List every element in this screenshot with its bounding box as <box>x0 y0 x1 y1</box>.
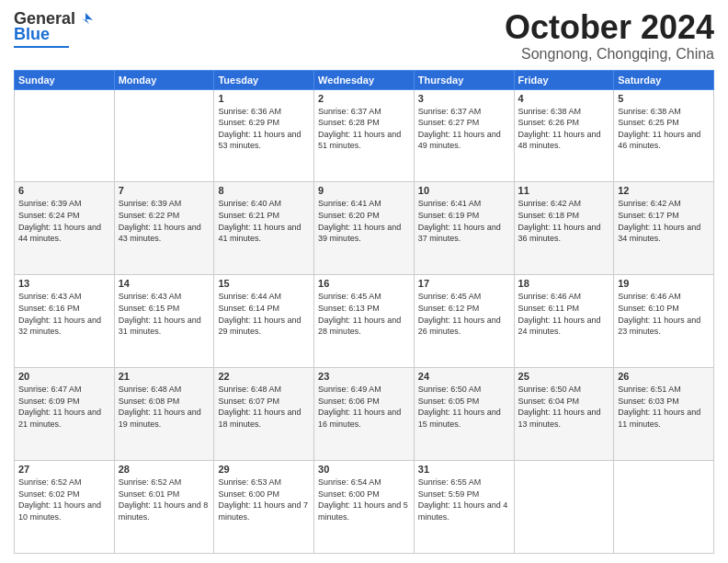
calendar-cell: 30Sunrise: 6:54 AM Sunset: 6:00 PM Dayli… <box>314 461 415 554</box>
day-number: 5 <box>618 93 710 104</box>
calendar-cell: 17Sunrise: 6:45 AM Sunset: 6:12 PM Dayli… <box>414 275 514 368</box>
day-number: 25 <box>518 371 610 382</box>
day-number: 1 <box>218 93 310 104</box>
weekday-header-thursday: Thursday <box>414 70 514 89</box>
day-number: 6 <box>18 185 110 196</box>
header: General Blue October 2024 Songnong, Chon… <box>14 9 714 63</box>
day-info: Sunrise: 6:37 AM Sunset: 6:28 PM Dayligh… <box>318 106 410 152</box>
calendar-cell: 11Sunrise: 6:42 AM Sunset: 6:18 PM Dayli… <box>514 182 614 275</box>
main-title: October 2024 <box>505 9 714 46</box>
svg-marker-0 <box>82 13 93 24</box>
day-number: 27 <box>18 464 110 475</box>
week-row-3: 13Sunrise: 6:43 AM Sunset: 6:16 PM Dayli… <box>15 275 714 368</box>
calendar-cell <box>514 461 614 554</box>
calendar-cell: 20Sunrise: 6:47 AM Sunset: 6:09 PM Dayli… <box>15 368 115 461</box>
day-info: Sunrise: 6:50 AM Sunset: 6:05 PM Dayligh… <box>418 384 510 430</box>
page: General Blue October 2024 Songnong, Chon… <box>0 0 728 563</box>
subtitle: Songnong, Chongqing, China <box>505 46 714 63</box>
day-number: 31 <box>418 464 510 475</box>
day-number: 12 <box>618 185 710 196</box>
day-info: Sunrise: 6:41 AM Sunset: 6:20 PM Dayligh… <box>318 198 410 244</box>
calendar-cell: 23Sunrise: 6:49 AM Sunset: 6:06 PM Dayli… <box>314 368 415 461</box>
weekday-header-friday: Friday <box>514 70 614 89</box>
day-number: 18 <box>518 278 610 289</box>
day-info: Sunrise: 6:48 AM Sunset: 6:07 PM Dayligh… <box>218 384 310 430</box>
day-number: 21 <box>119 371 210 382</box>
calendar-cell: 3Sunrise: 6:37 AM Sunset: 6:27 PM Daylig… <box>414 89 514 182</box>
day-number: 11 <box>518 185 610 196</box>
day-info: Sunrise: 6:55 AM Sunset: 5:59 PM Dayligh… <box>418 477 510 523</box>
day-number: 2 <box>318 93 410 104</box>
calendar-cell: 1Sunrise: 6:36 AM Sunset: 6:29 PM Daylig… <box>214 89 314 182</box>
calendar-cell: 7Sunrise: 6:39 AM Sunset: 6:22 PM Daylig… <box>114 182 214 275</box>
calendar-cell: 31Sunrise: 6:55 AM Sunset: 5:59 PM Dayli… <box>414 461 514 554</box>
day-number: 4 <box>518 93 610 104</box>
day-info: Sunrise: 6:39 AM Sunset: 6:22 PM Dayligh… <box>119 198 210 244</box>
day-number: 14 <box>119 278 210 289</box>
calendar-cell: 10Sunrise: 6:41 AM Sunset: 6:19 PM Dayli… <box>414 182 514 275</box>
week-row-4: 20Sunrise: 6:47 AM Sunset: 6:09 PM Dayli… <box>15 368 714 461</box>
logo-bird-icon <box>76 11 93 28</box>
day-number: 22 <box>218 371 310 382</box>
day-info: Sunrise: 6:38 AM Sunset: 6:25 PM Dayligh… <box>618 106 710 152</box>
day-info: Sunrise: 6:46 AM Sunset: 6:10 PM Dayligh… <box>618 291 710 337</box>
day-number: 24 <box>418 371 510 382</box>
day-info: Sunrise: 6:49 AM Sunset: 6:06 PM Dayligh… <box>318 384 410 430</box>
calendar-cell: 13Sunrise: 6:43 AM Sunset: 6:16 PM Dayli… <box>15 275 115 368</box>
day-info: Sunrise: 6:51 AM Sunset: 6:03 PM Dayligh… <box>618 384 710 430</box>
calendar-cell <box>114 89 214 182</box>
calendar-cell <box>15 89 115 182</box>
day-number: 7 <box>119 185 210 196</box>
day-number: 26 <box>618 371 710 382</box>
day-number: 30 <box>318 464 410 475</box>
calendar-cell: 29Sunrise: 6:53 AM Sunset: 6:00 PM Dayli… <box>214 461 314 554</box>
day-number: 28 <box>119 464 210 475</box>
logo-blue: Blue <box>14 25 50 44</box>
calendar-cell: 26Sunrise: 6:51 AM Sunset: 6:03 PM Dayli… <box>614 368 714 461</box>
calendar-cell: 22Sunrise: 6:48 AM Sunset: 6:07 PM Dayli… <box>214 368 314 461</box>
day-info: Sunrise: 6:46 AM Sunset: 6:11 PM Dayligh… <box>518 291 610 337</box>
day-number: 13 <box>18 278 110 289</box>
week-row-2: 6Sunrise: 6:39 AM Sunset: 6:24 PM Daylig… <box>15 182 714 275</box>
day-number: 17 <box>418 278 510 289</box>
weekday-header-wednesday: Wednesday <box>314 70 415 89</box>
title-area: October 2024 Songnong, Chongqing, China <box>505 9 714 63</box>
day-number: 3 <box>418 93 510 104</box>
calendar-table: SundayMondayTuesdayWednesdayThursdayFrid… <box>14 70 714 554</box>
day-info: Sunrise: 6:37 AM Sunset: 6:27 PM Dayligh… <box>418 106 510 152</box>
week-row-5: 27Sunrise: 6:52 AM Sunset: 6:02 PM Dayli… <box>15 461 714 554</box>
calendar-cell: 14Sunrise: 6:43 AM Sunset: 6:15 PM Dayli… <box>114 275 214 368</box>
day-number: 9 <box>318 185 410 196</box>
day-info: Sunrise: 6:41 AM Sunset: 6:19 PM Dayligh… <box>418 198 510 244</box>
calendar-cell: 16Sunrise: 6:45 AM Sunset: 6:13 PM Dayli… <box>314 275 415 368</box>
calendar-cell: 25Sunrise: 6:50 AM Sunset: 6:04 PM Dayli… <box>514 368 614 461</box>
logo-underline <box>14 46 69 48</box>
day-number: 15 <box>218 278 310 289</box>
calendar-cell: 2Sunrise: 6:37 AM Sunset: 6:28 PM Daylig… <box>314 89 415 182</box>
calendar-cell: 19Sunrise: 6:46 AM Sunset: 6:10 PM Dayli… <box>614 275 714 368</box>
calendar-cell: 15Sunrise: 6:44 AM Sunset: 6:14 PM Dayli… <box>214 275 314 368</box>
day-info: Sunrise: 6:43 AM Sunset: 6:16 PM Dayligh… <box>18 291 110 337</box>
day-info: Sunrise: 6:40 AM Sunset: 6:21 PM Dayligh… <box>218 198 310 244</box>
day-number: 23 <box>318 371 410 382</box>
day-number: 29 <box>218 464 310 475</box>
week-row-1: 1Sunrise: 6:36 AM Sunset: 6:29 PM Daylig… <box>15 89 714 182</box>
day-info: Sunrise: 6:36 AM Sunset: 6:29 PM Dayligh… <box>218 106 310 152</box>
day-info: Sunrise: 6:42 AM Sunset: 6:18 PM Dayligh… <box>518 198 610 244</box>
day-number: 19 <box>618 278 710 289</box>
calendar-cell <box>614 461 714 554</box>
day-info: Sunrise: 6:48 AM Sunset: 6:08 PM Dayligh… <box>119 384 210 430</box>
day-info: Sunrise: 6:52 AM Sunset: 6:01 PM Dayligh… <box>119 477 210 523</box>
day-info: Sunrise: 6:50 AM Sunset: 6:04 PM Dayligh… <box>518 384 610 430</box>
calendar-cell: 6Sunrise: 6:39 AM Sunset: 6:24 PM Daylig… <box>15 182 115 275</box>
day-info: Sunrise: 6:47 AM Sunset: 6:09 PM Dayligh… <box>18 384 110 430</box>
calendar-cell: 18Sunrise: 6:46 AM Sunset: 6:11 PM Dayli… <box>514 275 614 368</box>
logo: General Blue <box>14 9 93 48</box>
calendar-cell: 27Sunrise: 6:52 AM Sunset: 6:02 PM Dayli… <box>15 461 115 554</box>
calendar-cell: 8Sunrise: 6:40 AM Sunset: 6:21 PM Daylig… <box>214 182 314 275</box>
calendar-cell: 5Sunrise: 6:38 AM Sunset: 6:25 PM Daylig… <box>614 89 714 182</box>
day-number: 8 <box>218 185 310 196</box>
day-info: Sunrise: 6:43 AM Sunset: 6:15 PM Dayligh… <box>119 291 210 337</box>
day-info: Sunrise: 6:38 AM Sunset: 6:26 PM Dayligh… <box>518 106 610 152</box>
day-info: Sunrise: 6:45 AM Sunset: 6:12 PM Dayligh… <box>418 291 510 337</box>
